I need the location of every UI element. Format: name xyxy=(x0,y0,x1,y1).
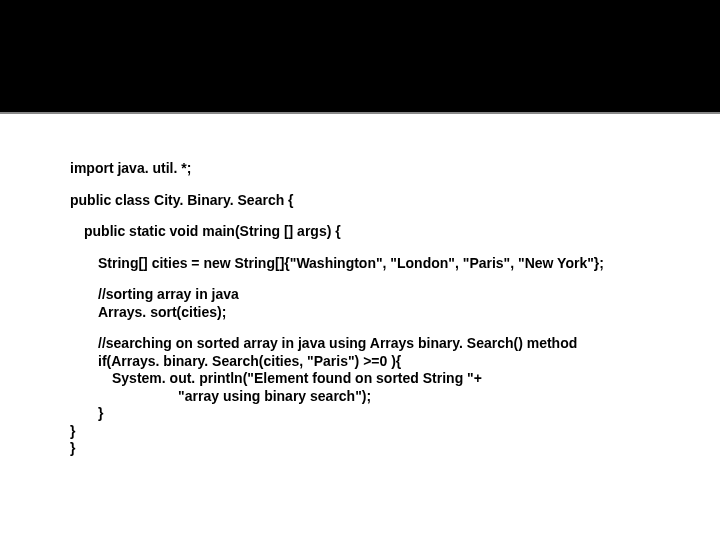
code-block: import java. util. *; public class City.… xyxy=(70,160,680,458)
code-line: public class City. Binary. Search { xyxy=(70,192,680,210)
code-line: } xyxy=(70,405,680,423)
code-line: "array using binary search"); xyxy=(70,388,680,406)
code-line: Arrays. sort(cities); xyxy=(70,304,680,322)
blank-line xyxy=(70,241,680,255)
code-line: } xyxy=(70,423,680,441)
code-line: if(Arrays. binary. Search(cities, "Paris… xyxy=(70,353,680,371)
code-line: System. out. println("Element found on s… xyxy=(70,370,680,388)
code-line: public static void main(String [] args) … xyxy=(70,223,680,241)
blank-line xyxy=(70,209,680,223)
code-line: } xyxy=(70,440,680,458)
code-line: //sorting array in java xyxy=(70,286,680,304)
code-line: import java. util. *; xyxy=(70,160,680,178)
code-line: String[] cities = new String[]{"Washingt… xyxy=(70,255,680,273)
divider xyxy=(0,112,720,114)
code-line: //searching on sorted array in java usin… xyxy=(70,335,680,353)
slide-header xyxy=(0,0,720,112)
blank-line xyxy=(70,272,680,286)
blank-line xyxy=(70,178,680,192)
slide: import java. util. *; public class City.… xyxy=(0,0,720,540)
blank-line xyxy=(70,321,680,335)
